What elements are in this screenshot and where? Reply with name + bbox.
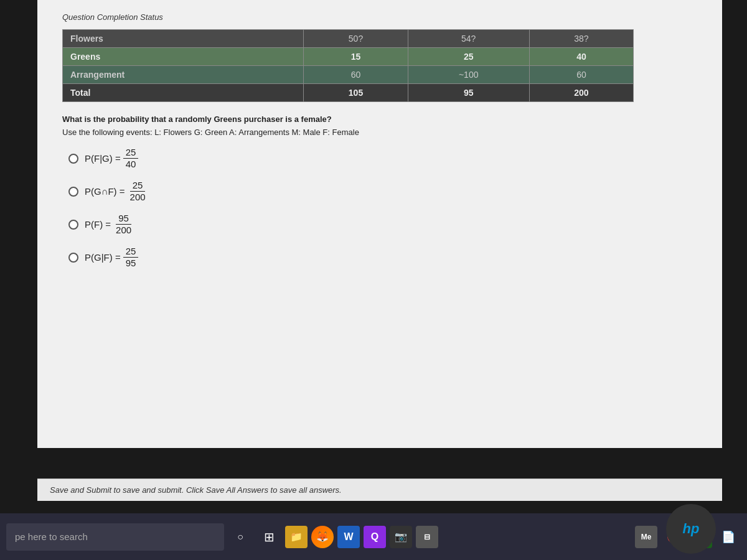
radio-option-4[interactable]	[68, 253, 78, 263]
table-header-col0: Flowers	[63, 30, 304, 48]
firefox-icon: 🦊	[316, 531, 329, 543]
table-cell-greens-col2: 25	[408, 48, 529, 66]
option-1-row[interactable]: P(F|G) = 25 40	[68, 147, 697, 170]
table-cell-arrangement-label: Arrangement	[63, 66, 304, 84]
table-header-row: Flowers 50? 54? 38?	[63, 30, 634, 48]
start-icon: ○	[237, 531, 243, 543]
table-cell-total-label: Total	[63, 84, 304, 102]
file-icon-symbol: 📄	[721, 530, 735, 544]
option-1-numerator: 25	[123, 147, 139, 159]
content-area: Question Completion Status Flowers 50? 5…	[37, 0, 722, 448]
option-4-denominator: 95	[123, 258, 139, 269]
folder-icon: 📁	[290, 531, 303, 543]
option-2-denominator: 200	[128, 192, 148, 203]
table-cell-total-col1: 105	[304, 84, 408, 102]
option-4-expr: P(G|F) = 25 95	[85, 246, 138, 269]
option-1-fraction: 25 40	[123, 147, 139, 170]
taskbar: pe here to search ○ ⊞ 📁 🦊 W Q 📷 ⊟ Me 🔇	[0, 513, 747, 560]
option-1-denominator: 40	[123, 159, 139, 170]
table-cell-arrangement-col3: 60	[529, 66, 633, 84]
table-row-greens: Greens 15 25 40	[63, 48, 634, 66]
table-cell-greens-col1: 15	[304, 48, 408, 66]
table-cell-total-col3: 200	[529, 84, 633, 102]
search-input-placeholder[interactable]: pe here to search	[15, 531, 88, 542]
terminal-icon: ⊟	[424, 533, 430, 541]
option-3-numerator: 95	[116, 213, 131, 225]
page-title: Question Completion Status	[62, 12, 163, 22]
save-submit-footer: Save and Submit to save and submit. Clic…	[37, 478, 722, 501]
option-4-row[interactable]: P(G|F) = 25 95	[68, 246, 697, 269]
me-label: Me	[641, 533, 652, 541]
option-4-label: P(G|F) =	[85, 252, 121, 263]
table-row-arrangement: Arrangement 60 ~100 60	[63, 66, 634, 84]
option-2-row[interactable]: P(G∩F) = 25 200	[68, 180, 697, 203]
options-container: P(F|G) = 25 40 P(G∩F) = 25 200 P(F	[68, 147, 697, 269]
radio-option-2[interactable]	[68, 187, 78, 197]
search-app-button[interactable]: Q	[364, 526, 386, 548]
camera-icon: 📷	[395, 531, 407, 543]
search-bar[interactable]: pe here to search	[6, 523, 224, 551]
question-status-header: Question Completion Status	[62, 12, 697, 22]
table-header-col3: 38?	[529, 30, 633, 48]
option-4-fraction: 25 95	[123, 246, 139, 269]
start-button[interactable]: ○	[228, 523, 253, 551]
events-text: Use the following events: L: Flowers G: …	[62, 128, 697, 137]
table-cell-arrangement-col2: ~100	[408, 66, 529, 84]
radio-option-3[interactable]	[68, 220, 78, 230]
terminal-button[interactable]: ⊟	[416, 526, 438, 548]
table-row-total: Total 105 95 200	[63, 84, 634, 102]
radio-option-1[interactable]	[68, 154, 78, 164]
option-2-fraction: 25 200	[128, 180, 148, 203]
table-header-col1: 50?	[304, 30, 408, 48]
hp-logo-area: hp	[666, 504, 716, 554]
option-1-label: P(F|G) =	[85, 153, 121, 164]
option-2-numerator: 25	[130, 180, 146, 192]
option-3-row[interactable]: P(F) = 95 200	[68, 213, 697, 236]
table-cell-arrangement-col1: 60	[304, 66, 408, 84]
option-1-expr: P(F|G) = 25 40	[85, 147, 138, 170]
widgets-icon: ⊞	[264, 530, 275, 544]
file-icon[interactable]: 📄	[716, 523, 741, 551]
word-icon: W	[344, 531, 353, 543]
option-4-numerator: 25	[123, 246, 139, 258]
question-text: What is the probability that a randomly …	[62, 114, 697, 124]
word-button[interactable]: W	[337, 526, 360, 548]
table-cell-greens-label: Greens	[63, 48, 304, 66]
me-button[interactable]: Me	[635, 526, 657, 548]
hp-logo: hp	[683, 521, 700, 537]
option-3-expr: P(F) = 95 200	[85, 213, 134, 236]
option-3-label: P(F) =	[85, 219, 111, 230]
save-submit-text: Save and Submit to save and submit. Clic…	[50, 485, 342, 495]
camera-button[interactable]: 📷	[390, 526, 412, 548]
option-3-denominator: 200	[113, 225, 134, 236]
data-table: Flowers 50? 54? 38? Greens 15 25 40 Arra…	[62, 29, 634, 102]
table-cell-greens-col3: 40	[529, 48, 633, 66]
option-2-label: P(G∩F) =	[85, 186, 125, 197]
table-cell-total-col2: 95	[408, 84, 529, 102]
search-app-icon: Q	[371, 531, 378, 543]
file-explorer-icon[interactable]: 📁	[285, 526, 308, 548]
table-header-col2: 54?	[408, 30, 529, 48]
option-3-fraction: 95 200	[113, 213, 134, 236]
widgets-button[interactable]: ⊞	[256, 523, 281, 551]
firefox-button[interactable]: 🦊	[311, 526, 334, 548]
option-2-expr: P(G∩F) = 25 200	[85, 180, 148, 203]
